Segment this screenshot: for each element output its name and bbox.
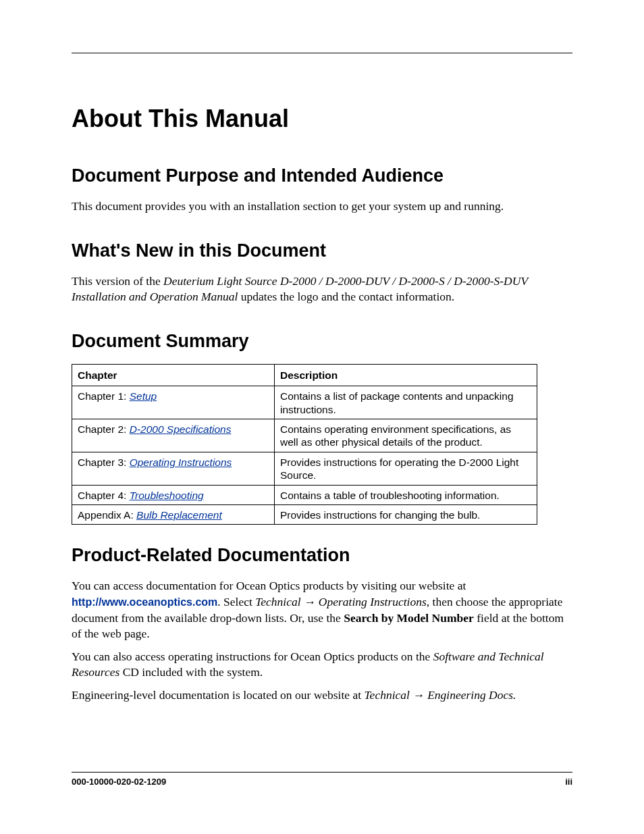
cell-chapter: Chapter 4: Troubleshooting xyxy=(72,485,275,504)
search-field-name: Search by Model Number xyxy=(344,611,474,625)
footer-docnum: 000-10000-020-02-1209 xyxy=(72,777,166,787)
whatsnew-suffix: updates the logo and the contact informa… xyxy=(238,290,454,303)
page-footer: 000-10000-020-02-1209 iii xyxy=(72,772,572,787)
chapter-link-setup[interactable]: Setup xyxy=(130,390,157,402)
table-row: Chapter 2: D-2000 Specifications Contain… xyxy=(72,419,537,452)
chapter-label: Chapter 4: xyxy=(78,490,130,501)
header-chapter: Chapter xyxy=(72,364,275,386)
heading-purpose: Document Purpose and Intended Audience xyxy=(72,165,572,186)
heading-whatsnew: What's New in this Document xyxy=(72,240,572,261)
p3-prefix: Engineering-level documentation is locat… xyxy=(72,688,364,702)
p1-after-url: . Select xyxy=(217,595,255,608)
chapter-link-specs[interactable]: D-2000 Specifications xyxy=(130,423,232,435)
chapter-label: Appendix A: xyxy=(78,509,136,521)
table-header-row: Chapter Description xyxy=(72,364,537,386)
section-whatsnew: What's New in this Document This version… xyxy=(72,240,572,305)
section-summary: Document Summary Chapter Description Cha… xyxy=(72,331,572,525)
related-p3: Engineering-level documentation is locat… xyxy=(72,687,572,704)
table-row: Chapter 4: Troubleshooting Contains a ta… xyxy=(72,485,537,504)
related-p1: You can access documentation for Ocean O… xyxy=(72,578,572,642)
cell-chapter: Chapter 1: Setup xyxy=(72,386,275,419)
heading-related: Product-Related Documentation xyxy=(72,545,572,566)
cell-chapter: Chapter 2: D-2000 Specifications xyxy=(72,419,275,452)
table-row: Appendix A: Bulb Replacement Provides in… xyxy=(72,504,537,524)
chapter-label: Chapter 3: xyxy=(78,457,130,468)
nav-path-2: Technical → Engineering Docs. xyxy=(364,688,516,702)
p1-prefix: You can access documentation for Ocean O… xyxy=(72,579,466,592)
page-title: About This Manual xyxy=(72,105,572,133)
cell-chapter: Appendix A: Bulb Replacement xyxy=(72,504,275,524)
heading-summary: Document Summary xyxy=(72,331,572,352)
p2-prefix: You can also access operating instructio… xyxy=(72,650,433,663)
summary-table: Chapter Description Chapter 1: Setup Con… xyxy=(72,364,537,525)
cell-description: Contains a list of package contents and … xyxy=(275,386,537,419)
header-description: Description xyxy=(275,364,537,386)
cell-description: Provides instructions for operating the … xyxy=(275,452,537,485)
cell-chapter: Chapter 3: Operating Instructions xyxy=(72,452,275,485)
chapter-label: Chapter 2: xyxy=(78,423,130,435)
cell-description: Provides instructions for changing the b… xyxy=(275,504,537,524)
related-p2: You can also access operating instructio… xyxy=(72,649,572,681)
cell-description: Contains operating environment specifica… xyxy=(275,419,537,452)
section-purpose: Document Purpose and Intended Audience T… xyxy=(72,165,572,215)
website-link[interactable]: http://www.oceanoptics.com xyxy=(72,596,217,608)
table-row: Chapter 3: Operating Instructions Provid… xyxy=(72,452,537,485)
document-page: About This Manual Document Purpose and I… xyxy=(0,0,644,704)
nav-path-1: Technical → Operating Instructions xyxy=(255,595,427,608)
chapter-label: Chapter 1: xyxy=(78,390,130,402)
chapter-link-operating[interactable]: Operating Instructions xyxy=(130,457,232,468)
chapter-link-troubleshooting[interactable]: Troubleshooting xyxy=(130,490,204,501)
footer-pagenum: iii xyxy=(565,777,572,787)
body-purpose: This document provides you with an insta… xyxy=(72,199,572,215)
section-related: Product-Related Documentation You can ac… xyxy=(72,545,572,703)
whatsnew-prefix: This version of the xyxy=(72,274,163,288)
body-whatsnew: This version of the Deuterium Light Sour… xyxy=(72,273,572,305)
chapter-link-bulb[interactable]: Bulb Replacement xyxy=(136,509,222,521)
p2-suffix: CD included with the system. xyxy=(119,665,263,679)
table-row: Chapter 1: Setup Contains a list of pack… xyxy=(72,386,537,419)
cell-description: Contains a table of troubleshooting info… xyxy=(275,485,537,504)
top-rule xyxy=(72,53,572,53)
